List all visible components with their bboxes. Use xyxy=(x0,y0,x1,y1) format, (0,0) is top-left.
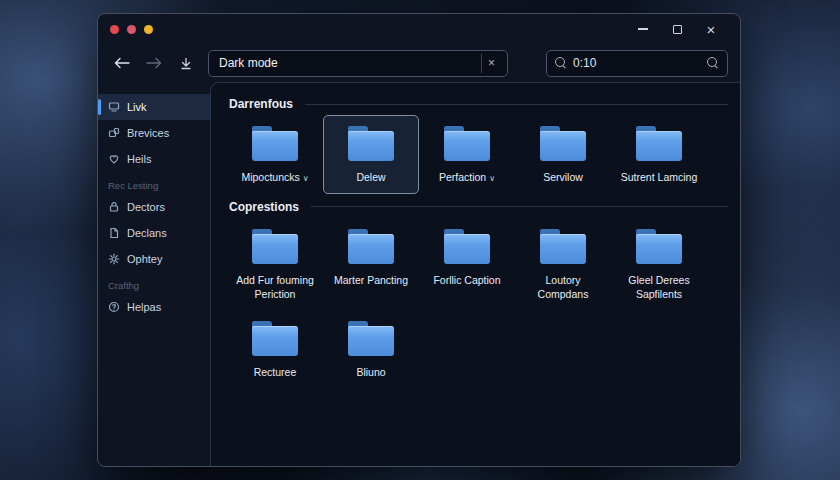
folder-item-recturee[interactable]: Recturee xyxy=(227,310,323,388)
folder-icon xyxy=(444,126,490,161)
sidebar-item-label: Helpas xyxy=(127,301,161,313)
sidebar-group-label: Crafthg xyxy=(98,272,210,294)
back-arrow-icon xyxy=(114,57,130,69)
folder-label-text: Sutrent Lamcing xyxy=(621,171,697,183)
sidebar-group-label: Rec Lesting xyxy=(98,172,210,194)
folder-label: Marter Pancting xyxy=(334,273,408,287)
sidebar-item-label: Livk xyxy=(127,101,147,113)
recent-locations-button[interactable] xyxy=(176,53,196,73)
folder-label-text: Servilow xyxy=(543,171,583,183)
folder-item-delew[interactable]: Delew xyxy=(323,115,419,194)
sidebar-item-ophtey[interactable]: Ophtey xyxy=(98,246,210,272)
sidebar-item-declans[interactable]: Declans xyxy=(98,220,210,246)
sidebar: Livk Brevices Heils Rec Lesting Dectors xyxy=(98,82,210,466)
folder-label: Servilow xyxy=(543,170,583,184)
folder-item-servilow[interactable]: Servilow xyxy=(515,115,611,194)
help-icon xyxy=(108,301,120,313)
folder-grid: Add Fur fouming Periction Marter Panctin… xyxy=(227,218,728,389)
sidebar-item-label: Brevices xyxy=(127,127,169,139)
sidebar-item-brevices[interactable]: Brevices xyxy=(98,120,210,146)
address-bar[interactable]: Dark mode × xyxy=(208,50,508,77)
chevron-down-icon[interactable]: ∨ xyxy=(303,174,309,183)
pink-dot-icon[interactable] xyxy=(127,25,136,34)
close-icon: × xyxy=(707,22,716,37)
chevron-down-icon[interactable]: ∨ xyxy=(489,174,495,183)
sidebar-item-label: Declans xyxy=(127,227,167,239)
search-box[interactable]: 0:10 xyxy=(546,50,728,77)
folder-icon xyxy=(636,126,682,161)
search-value: 0:10 xyxy=(573,56,701,70)
folder-item-loutory-compdans[interactable]: Loutory Compdans xyxy=(515,218,611,310)
sidebar-item-label: Heils xyxy=(127,153,151,165)
gear-icon xyxy=(108,253,120,265)
file-explorer-window: × Dark mode × 0:10 Livk xyxy=(97,13,741,467)
folder-item-forllic-caption[interactable]: Forllic Caption xyxy=(419,218,515,310)
folder-label: Loutory Compdans xyxy=(519,273,607,301)
down-arrow-icon xyxy=(179,57,193,70)
folder-label: Gleel Derees Sapfilents xyxy=(615,273,703,301)
folder-icon xyxy=(540,229,586,264)
window-controls: × xyxy=(626,16,728,42)
section-divider xyxy=(305,104,728,105)
sidebar-item-dectors[interactable]: Dectors xyxy=(98,194,210,220)
section-divider xyxy=(311,206,728,207)
back-button[interactable] xyxy=(112,53,132,73)
maximize-button[interactable] xyxy=(660,16,694,42)
folder-icon xyxy=(252,229,298,264)
folder-item-sutrent-lamcing[interactable]: Sutrent Lamcing xyxy=(611,115,707,194)
sidebar-item-helpas[interactable]: Helpas xyxy=(98,294,210,320)
folder-label-text: Recturee xyxy=(254,366,297,378)
folder-icon xyxy=(540,126,586,161)
red-dot-icon[interactable] xyxy=(110,25,119,34)
folder-label: Sutrent Lamcing xyxy=(621,170,697,184)
folder-label-text: Bliuno xyxy=(356,366,385,378)
minimize-button[interactable] xyxy=(626,16,660,42)
lock-icon xyxy=(108,201,120,213)
folder-icon xyxy=(444,229,490,264)
folder-label: Mipoctuncks∨ xyxy=(241,170,308,185)
folder-grid: Mipoctuncks∨ Delew Perfaction∨ Servilow … xyxy=(227,115,728,194)
folder-label-text: Add Fur fouming Periction xyxy=(236,274,314,300)
folder-label: Perfaction∨ xyxy=(439,170,495,185)
folder-label: Recturee xyxy=(254,365,297,379)
folder-icon xyxy=(252,126,298,161)
sidebar-item-livk[interactable]: Livk xyxy=(98,94,210,120)
folder-label-text: Perfaction xyxy=(439,171,486,183)
folder-item-marter-pancting[interactable]: Marter Pancting xyxy=(323,218,419,310)
content-panel: Darrenfous Mipoctuncks∨ Delew Perfaction… xyxy=(210,82,740,466)
folder-label-text: Delew xyxy=(356,171,385,183)
maximize-icon xyxy=(673,25,682,34)
heart-icon xyxy=(108,153,120,165)
minimize-icon xyxy=(638,28,648,30)
sidebar-item-heils[interactable]: Heils xyxy=(98,146,210,172)
toolbar: Dark mode × 0:10 xyxy=(98,44,740,82)
folder-item-add-fur-fouming-periction[interactable]: Add Fur fouming Periction xyxy=(227,218,323,310)
folder-item-mipoctuncks[interactable]: Mipoctuncks∨ xyxy=(227,115,323,194)
folder-label: Forllic Caption xyxy=(433,273,500,287)
folder-label: Bliuno xyxy=(356,365,385,379)
folder-icon xyxy=(348,126,394,161)
section-header: Darrenfous xyxy=(229,97,728,111)
folder-label: Add Fur fouming Periction xyxy=(231,273,319,301)
folder-icon xyxy=(636,229,682,264)
forward-button[interactable] xyxy=(144,53,164,73)
folder-icon xyxy=(348,321,394,356)
section-header: Coprestions xyxy=(229,200,728,214)
traffic-lights xyxy=(110,25,153,34)
address-clear-button[interactable]: × xyxy=(481,54,501,73)
selection-accent-bar xyxy=(98,99,101,115)
folder-item-perfaction[interactable]: Perfaction∨ xyxy=(419,115,515,194)
search-submit-icon[interactable] xyxy=(707,57,719,69)
section-title: Coprestions xyxy=(229,200,299,214)
forward-arrow-icon xyxy=(146,57,162,69)
devices-icon xyxy=(108,127,120,139)
folder-item-gleel-derees-sapfilents[interactable]: Gleel Derees Sapfilents xyxy=(611,218,707,310)
folder-icon xyxy=(252,321,298,356)
sidebar-item-label: Ophtey xyxy=(127,253,162,265)
monitor-icon xyxy=(108,101,120,113)
folder-label-text: Gleel Derees Sapfilents xyxy=(628,274,689,300)
folder-item-bliuno[interactable]: Bliuno xyxy=(323,310,419,388)
yellow-dot-icon[interactable] xyxy=(144,25,153,34)
close-button[interactable]: × xyxy=(694,16,728,42)
folder-label: Delew xyxy=(356,170,385,184)
